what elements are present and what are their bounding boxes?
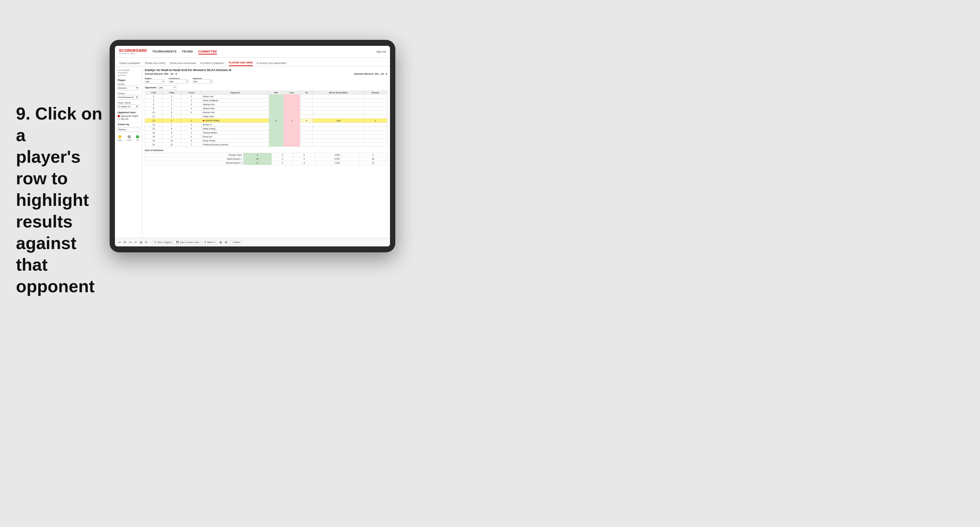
ood-table-row[interactable]: Foreign Team1004.5002: [145, 153, 387, 157]
division-record: Division Record: 331 - 34 - 6: [354, 72, 387, 75]
col-diff: Diff Av Strokes/Rnd: [313, 91, 364, 95]
logo: SCOREBOARD Powered by clippd: [119, 49, 147, 54]
sub-nav: TEAM SUMMARY TEAM H2H GRID TEAM H2H HEAT…: [115, 58, 390, 67]
main-content: Last Updated: 27/03/2024 16:55:38 Player…: [115, 67, 390, 238]
subnav-team-h2h-grid[interactable]: TEAM H2H GRID: [145, 60, 165, 66]
table-row[interactable]: 1311▶ Jessica Huang010-3.002: [145, 119, 387, 123]
gender-label: Gender: [118, 83, 139, 85]
col-div: # Div: [145, 91, 162, 95]
player-rank-select[interactable]: 8. Katelyn Vo: [118, 104, 139, 109]
redo-button[interactable]: ↪: [128, 240, 132, 244]
col-rounds: Rounds: [363, 91, 387, 95]
opponent-select[interactable]: (All): [192, 79, 213, 84]
radio-top100[interactable]: Top 100: [118, 118, 139, 120]
col-reg: # Reg: [162, 91, 181, 95]
table-row[interactable]: 1585Stella Cheng: [145, 127, 387, 131]
radio-opponents-played[interactable]: Opponents Played: [118, 115, 139, 117]
radio-opponents-played-circle: [118, 115, 120, 117]
subnav-team-summary[interactable]: TEAM SUMMARY: [119, 60, 140, 66]
nav-teams[interactable]: TEAMS: [182, 49, 193, 54]
colour-section: Colour by Win/loss: [118, 123, 139, 134]
nav-committee[interactable]: COMMITTEE: [198, 49, 217, 54]
sidebar: Last Updated: 27/03/2024 16:55:38 Player…: [115, 67, 142, 238]
annotation-line2: player's row to: [16, 147, 81, 188]
col-win: Win: [269, 91, 283, 95]
grid-view-button[interactable]: ⊞: [219, 240, 223, 244]
gender-select[interactable]: Women's: [118, 86, 139, 90]
table-row[interactable]: 1691Jessica Mason: [145, 131, 387, 135]
cut-button[interactable]: ✂: [134, 240, 138, 244]
sign-out-button[interactable]: Sign out: [376, 50, 386, 53]
table-row[interactable]: 19106Emily Chang: [145, 139, 387, 143]
timestamp-date: Last Updated: 27/03/2024: [118, 69, 139, 75]
overall-record: Overall Record: 353 - 34 - 6: [145, 72, 177, 75]
subnav-player-summary[interactable]: PLAYER SUMMARY: [200, 60, 225, 66]
logo-scoreboard: SCOREBOARD: [119, 49, 147, 52]
record-row: Overall Record: 353 - 34 - 6 Division Re…: [145, 72, 387, 75]
conference-select[interactable]: (All): [169, 79, 189, 84]
legend-up-dot: [136, 135, 139, 138]
view-original-button[interactable]: 👁 View: Original: [153, 240, 173, 244]
out-of-division-title: Out of division: [145, 149, 387, 152]
table-row[interactable]: 613Sydney Kuo: [145, 103, 387, 106]
radio-top100-circle: [118, 118, 120, 120]
legend-up: Up: [136, 135, 139, 141]
top-nav: SCOREBOARD Powered by clippd TOURNAMENTS…: [115, 46, 390, 58]
view-original-icon: 👁: [154, 241, 156, 243]
settings-button[interactable]: ⚙: [224, 240, 228, 244]
legend-row: Down Level Up: [118, 135, 139, 141]
radio-top100-label: Top 100: [121, 118, 128, 120]
filter-row: Region (All) Conference (All) Opponent: [145, 77, 387, 84]
sign-out-sep: |: [374, 50, 375, 53]
colour-by-select[interactable]: Win/loss: [118, 127, 139, 132]
opponents-value-select[interactable]: (All): [158, 85, 177, 90]
sidebar-timestamp: Last Updated: 27/03/2024 16:55:38: [118, 69, 139, 77]
data-panel: Katelyn Vo Head-to-Head Grid for Women's…: [142, 67, 390, 238]
copy-button[interactable]: ⊞: [139, 240, 143, 244]
h2h-title: Katelyn Vo Head-to-Head Grid for Women's…: [145, 68, 387, 72]
opponents-label-row: Opponents: (All): [145, 85, 387, 90]
division-label: Division: [118, 92, 139, 95]
watch-button[interactable]: 👁 Watch ▾: [202, 240, 217, 245]
bottom-toolbar: ↩ ⟳ ↪ ✂ ⊞ ↻ 👁 View: Original 💾 Save Cust…: [115, 238, 390, 246]
legend-down-dot: [118, 135, 122, 138]
annotation-line3: highlight results: [16, 190, 89, 231]
share-button[interactable]: ↗ Share: [229, 240, 242, 245]
division-select[interactable]: NCAA Division III: [118, 95, 139, 100]
nav-tournaments[interactable]: TOURNAMENTS: [152, 49, 177, 54]
legend-down-label: Down: [118, 139, 122, 141]
player-rank-label: Player (Rank): [118, 102, 139, 104]
refresh-button[interactable]: ↻: [144, 240, 148, 244]
table-row[interactable]: 1822Euna Lee: [145, 135, 387, 139]
col-tie: Tie: [300, 91, 313, 95]
table-row[interactable]: 20117Federica Domecq Lacroze: [145, 143, 387, 147]
logo-powered: Powered by clippd: [119, 52, 147, 54]
table-row[interactable]: 1474Eunice Yi: [145, 123, 387, 127]
table-row[interactable]: 1063Andrea York: [145, 111, 387, 114]
watch-dropdown-icon: ▾: [214, 241, 216, 244]
legend-level-label: Level: [127, 139, 131, 141]
save-icon: 💾: [176, 241, 179, 244]
undo-button[interactable]: ↩: [118, 240, 122, 244]
opponent-view-title: Opponent view: [118, 111, 139, 114]
subnav-player-h2h-grid[interactable]: PLAYER H2H GRID: [229, 60, 253, 66]
share-icon: ↗: [231, 241, 233, 244]
out-of-division-table: Foreign Team1004.5002NAIA Division 11500…: [145, 153, 387, 165]
ood-table-row[interactable]: NAIA Division 115009.26730: [145, 157, 387, 161]
watch-icon: 👁: [204, 241, 206, 243]
tablet-screen: SCOREBOARD Powered by clippd TOURNAMENTS…: [115, 46, 390, 246]
subnav-team-h2h-heatmap[interactable]: TEAM H2H HEATMAP: [169, 60, 196, 66]
sidebar-player-title: Player: [118, 79, 139, 82]
save-custom-view-button[interactable]: 💾 Save Custom View: [174, 240, 201, 245]
table-row[interactable]: 914Sharon Mun: [145, 106, 387, 111]
ood-table-row[interactable]: NCAA Division 25007.40010: [145, 161, 387, 165]
subnav-player-h2h-heatmap[interactable]: PLAYER H2H HEATMAP: [257, 60, 287, 66]
region-select[interactable]: (All): [145, 79, 165, 84]
table-row[interactable]: 321Esther Lee: [145, 95, 387, 98]
region-filter: Region (All): [145, 77, 165, 84]
legend-down: Down: [118, 135, 122, 141]
table-row[interactable]: 522Alexis Sudijanto: [145, 98, 387, 103]
redo-prev-button[interactable]: ⟳: [123, 240, 127, 244]
annotation-block: 9. Click on a player's row to highlight …: [16, 103, 112, 297]
table-row[interactable]: 115Haejo Hyun: [145, 114, 387, 119]
